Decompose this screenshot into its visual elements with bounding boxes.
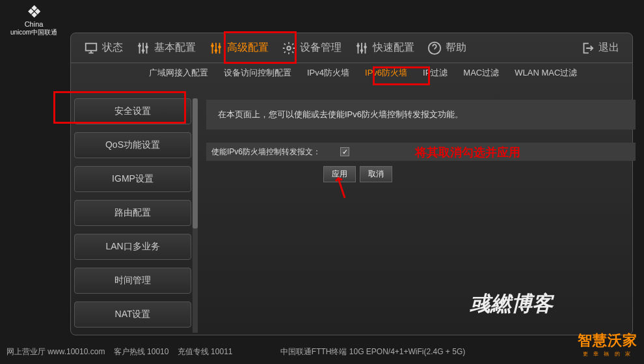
svg-rect-0 <box>86 43 97 50</box>
svg-point-6 <box>219 46 221 48</box>
monitor-icon <box>84 41 98 55</box>
footer: 网上营业厅 www.10010.com 客户热线 10010 充值专线 1001… <box>7 331 637 357</box>
tab-basic-config[interactable]: 基本配置 <box>136 41 196 55</box>
logo-line2: unicom中国联通 <box>5 28 62 37</box>
logout-icon <box>580 41 595 55</box>
footer-recharge: 充值专线 10011 <box>178 347 233 356</box>
sidebar-item-igmp[interactable]: IGMP设置 <box>74 166 191 192</box>
sliders-icon <box>209 41 223 55</box>
footer-hotline: 客户热线 10010 <box>114 347 169 356</box>
enable-ipv6-firewall-checkbox[interactable]: ✓ <box>340 147 349 156</box>
tab-label: 帮助 <box>446 41 466 55</box>
annotation-arrow-icon <box>332 172 351 198</box>
checkbox-label: 使能IPv6防火墙控制转发报文： <box>211 147 321 158</box>
cancel-button[interactable]: 取消 <box>360 166 392 182</box>
sliders-icon <box>355 41 369 55</box>
content-area: 在本页面上，您可以使能或去使能IPv6防火墙控制转发报文功能。 使能IPv6防火… <box>206 100 636 182</box>
subnav-wlan-mac-filter[interactable]: WLAN MAC过滤 <box>515 67 577 79</box>
subnav-ipv4-firewall[interactable]: IPv4防火墙 <box>307 67 349 79</box>
footer-device: 中国联通FTTH终端 10G EPON/4+1+WiFi(2.4G + 5G) <box>280 347 465 356</box>
footer-hall: 网上营业厅 www.10010.com <box>7 347 105 356</box>
subnav-access-control[interactable]: 设备访问控制配置 <box>224 67 291 79</box>
sidebar-item-route[interactable]: 路由配置 <box>74 200 191 226</box>
tab-label: 状态 <box>102 41 123 55</box>
footer-left: 网上营业厅 www.10010.com 客户热线 10010 充值专线 1001… <box>7 346 472 357</box>
logo-glyph: ❖ <box>5 3 62 20</box>
svg-point-4 <box>211 44 214 47</box>
sidebar-item-nat[interactable]: NAT设置 <box>74 301 191 328</box>
brand-logo: ❖ China unicom中国联通 <box>5 3 62 37</box>
sidebar-item-lan[interactable]: LAN口多业务 <box>74 234 191 260</box>
gear-icon <box>282 41 296 55</box>
bottom-logo: 智慧沃家 更 幸 福 的 家 <box>578 331 637 357</box>
tab-status[interactable]: 状态 <box>84 41 123 55</box>
sub-nav: 广域网接入配置 设备访问控制配置 IPv4防火墙 IPv6防火墙 IP过滤 MA… <box>71 63 632 83</box>
svg-point-2 <box>142 49 144 51</box>
tab-label: 快速配置 <box>373 41 414 55</box>
logo-line1: China <box>5 20 62 28</box>
tab-device-manage[interactable]: 设备管理 <box>282 41 342 55</box>
tab-quick-config[interactable]: 快速配置 <box>355 41 414 55</box>
tab-label: 高级配置 <box>227 41 269 55</box>
sidebar-item-security[interactable]: 安全设置 <box>74 98 191 124</box>
sidebar-item-qos[interactable]: QoS功能设置 <box>74 132 191 158</box>
svg-point-7 <box>287 46 291 50</box>
tab-help[interactable]: 帮助 <box>427 41 466 55</box>
svg-point-9 <box>360 49 363 51</box>
tab-label: 退出 <box>598 41 619 55</box>
help-icon <box>427 41 442 55</box>
top-nav: 状态 基本配置 高级配置 设备管理 快速配置 帮助 退出 <box>71 33 632 63</box>
tab-logout[interactable]: 退出 <box>580 41 619 55</box>
page-description: 在本页面上，您可以使能或去使能IPv6防火墙控制转发报文功能。 <box>206 100 636 130</box>
annotation-text: 将其取消勾选并应用 <box>415 145 520 160</box>
watermark: 彧繎博客 <box>470 290 553 318</box>
svg-point-10 <box>364 46 367 48</box>
bottom-logo-big: 智慧沃家 <box>578 331 637 350</box>
sliders-icon <box>136 41 150 55</box>
subnav-mac-filter[interactable]: MAC过滤 <box>463 67 499 79</box>
sidebar-item-time[interactable]: 时间管理 <box>74 268 191 294</box>
svg-point-5 <box>215 49 217 51</box>
svg-point-3 <box>146 46 148 48</box>
tab-label: 设备管理 <box>300 41 342 55</box>
tab-label: 基本配置 <box>154 41 196 55</box>
subnav-ipv6-firewall[interactable]: IPv6防火墙 <box>365 67 407 79</box>
svg-point-8 <box>357 44 360 47</box>
svg-point-1 <box>139 44 141 47</box>
sidebar: 安全设置 QoS功能设置 IGMP设置 路由配置 LAN口多业务 时间管理 NA… <box>74 98 191 333</box>
subnav-wan[interactable]: 广域网接入配置 <box>149 67 208 79</box>
bottom-logo-small: 更 幸 福 的 家 <box>578 350 637 357</box>
sidebar-scrollbar[interactable] <box>193 98 198 333</box>
tab-advanced-config[interactable]: 高级配置 <box>209 41 269 55</box>
subnav-ip-filter[interactable]: IP过滤 <box>423 67 448 79</box>
